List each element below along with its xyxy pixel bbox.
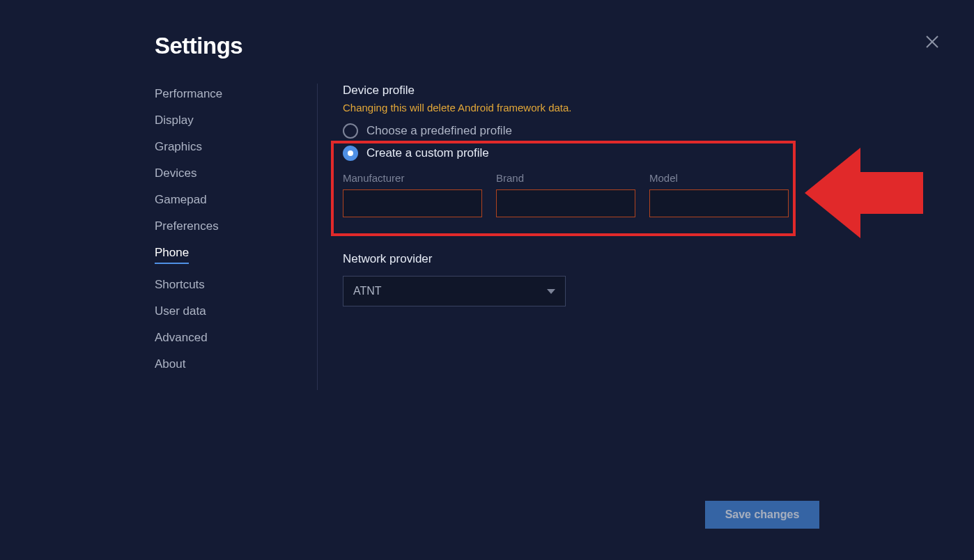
model-label: Model bbox=[649, 172, 789, 184]
sidebar-item-performance[interactable]: Performance bbox=[155, 88, 301, 100]
chevron-down-icon bbox=[547, 289, 555, 294]
sidebar-divider bbox=[317, 84, 318, 390]
sidebar-item-phone[interactable]: Phone bbox=[155, 247, 189, 264]
close-icon bbox=[924, 33, 941, 50]
model-input[interactable] bbox=[649, 189, 789, 217]
sidebar-item-gamepad[interactable]: Gamepad bbox=[155, 194, 301, 205]
manufacturer-input[interactable] bbox=[343, 189, 482, 217]
radio-custom-profile[interactable]: Create a custom profile bbox=[343, 146, 932, 161]
radio-label: Choose a predefined profile bbox=[366, 124, 512, 138]
close-button[interactable] bbox=[924, 33, 941, 50]
sidebar-item-preferences[interactable]: Preferences bbox=[155, 220, 301, 232]
network-provider-value: ATNT bbox=[353, 285, 382, 297]
network-provider-select[interactable]: ATNT bbox=[343, 276, 566, 306]
brand-input[interactable] bbox=[496, 189, 635, 217]
sidebar-item-advanced[interactable]: Advanced bbox=[155, 332, 301, 343]
sidebar-item-user-data[interactable]: User data bbox=[155, 305, 301, 317]
sidebar-item-display[interactable]: Display bbox=[155, 114, 301, 126]
custom-profile-fields: Manufacturer Brand Model bbox=[343, 172, 932, 217]
device-profile-title: Device profile bbox=[343, 84, 932, 98]
radio-icon bbox=[343, 123, 358, 139]
brand-label: Brand bbox=[496, 172, 635, 184]
radio-predefined-profile[interactable]: Choose a predefined profile bbox=[343, 123, 932, 139]
radio-label: Create a custom profile bbox=[366, 146, 489, 160]
radio-icon bbox=[343, 146, 358, 161]
sidebar-item-graphics[interactable]: Graphics bbox=[155, 141, 301, 153]
sidebar-item-about[interactable]: About bbox=[155, 358, 301, 370]
page-title: Settings bbox=[155, 33, 242, 59]
save-changes-label: Save changes bbox=[725, 508, 800, 521]
sidebar-item-devices[interactable]: Devices bbox=[155, 167, 301, 179]
sidebar-item-shortcuts[interactable]: Shortcuts bbox=[155, 279, 301, 290]
manufacturer-label: Manufacturer bbox=[343, 172, 482, 184]
settings-sidebar: Performance Display Graphics Devices Gam… bbox=[155, 88, 301, 384]
save-changes-button[interactable]: Save changes bbox=[705, 501, 819, 529]
network-provider-title: Network provider bbox=[343, 252, 932, 266]
device-profile-warning: Changing this will delete Android framew… bbox=[343, 102, 932, 114]
content-panel: Device profile Changing this will delete… bbox=[343, 84, 932, 306]
